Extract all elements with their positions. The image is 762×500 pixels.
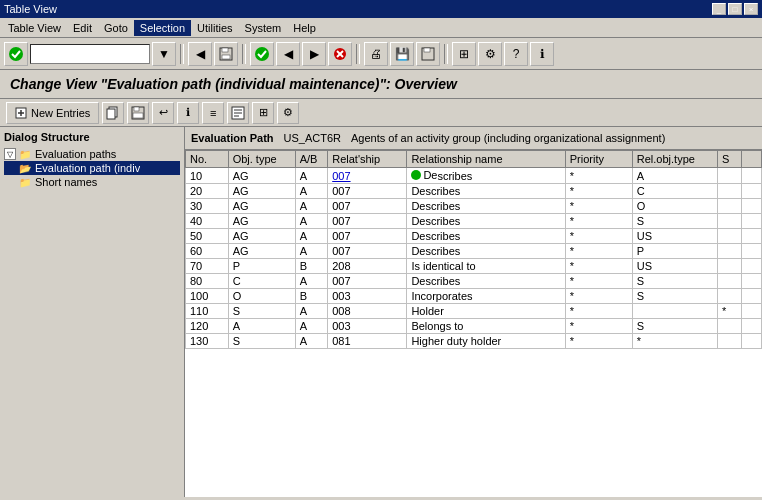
cell-rel-name: Belongs to [407, 319, 565, 334]
menu-selection[interactable]: Selection [134, 20, 191, 36]
separator-2 [242, 44, 246, 64]
menu-table-view[interactable]: Table View [2, 20, 67, 36]
cell-s: * [718, 304, 742, 319]
info-icon-btn[interactable]: ℹ [177, 102, 199, 124]
cell-rel-obj-type: C [632, 184, 717, 199]
back-button[interactable]: ◀ [188, 42, 212, 66]
cell-no: 30 [186, 199, 229, 214]
cell-rel-obj-type: O [632, 199, 717, 214]
list-icon-btn[interactable]: ≡ [202, 102, 224, 124]
tree-node-eval-path-indiv[interactable]: 📂 Evaluation path (indiv [4, 161, 180, 175]
title-bar-buttons: _ □ × [712, 3, 758, 15]
cell-relship: 007 [328, 229, 407, 244]
cell-relship: 003 [328, 289, 407, 304]
export-icon-btn[interactable] [227, 102, 249, 124]
cell-obj-type: AG [228, 199, 295, 214]
cell-scroll [742, 229, 762, 244]
command-input[interactable] [30, 44, 150, 64]
title-bar: Table View _ □ × [0, 0, 762, 18]
table-row[interactable]: 120 A A 003 Belongs to * S [186, 319, 762, 334]
cell-obj-type: AG [228, 184, 295, 199]
check-button[interactable] [4, 42, 28, 66]
cell-rel-name: Holder [407, 304, 565, 319]
copy-icon-btn[interactable] [102, 102, 124, 124]
maximize-button[interactable]: □ [728, 3, 742, 15]
help-button[interactable]: ? [504, 42, 528, 66]
save-button[interactable] [416, 42, 440, 66]
toolbar: ▼ ◀ ◀ ▶ 🖨 💾 ⊞ ⚙ ? ℹ [0, 38, 762, 70]
eval-path-description: Agents of an activity group (including o… [351, 132, 665, 144]
cell-obj-type: AG [228, 168, 295, 184]
svg-rect-3 [222, 55, 230, 59]
cell-s [718, 214, 742, 229]
cell-obj-type: P [228, 259, 295, 274]
new-entries-button[interactable]: New Entries [6, 102, 99, 124]
cell-scroll [742, 304, 762, 319]
stop-button[interactable] [328, 42, 352, 66]
table-row[interactable]: 70 P B 208 Is identical to * US [186, 259, 762, 274]
cell-s [718, 229, 742, 244]
cell-no: 20 [186, 184, 229, 199]
menu-goto[interactable]: Goto [98, 20, 134, 36]
grid-button[interactable]: ⊞ [452, 42, 476, 66]
cell-ab: A [295, 184, 328, 199]
minimize-button[interactable]: _ [712, 3, 726, 15]
menu-edit[interactable]: Edit [67, 20, 98, 36]
cell-no: 80 [186, 274, 229, 289]
print-button[interactable]: 🖨 [364, 42, 388, 66]
undo-icon-btn[interactable]: ↩ [152, 102, 174, 124]
menu-system[interactable]: System [239, 20, 288, 36]
green-check-button[interactable] [250, 42, 274, 66]
table-row[interactable]: 100 O B 003 Incorporates * S [186, 289, 762, 304]
page-title: Change View "Evaluation path (individual… [0, 70, 762, 99]
cell-scroll [742, 199, 762, 214]
table-row[interactable]: 20 AG A 007 Describes * C [186, 184, 762, 199]
table-body: 10 AG A 007 Describes * A 20 AG A 007 De… [186, 168, 762, 349]
cell-obj-type: S [228, 334, 295, 349]
settings2-icon-btn[interactable]: ⚙ [277, 102, 299, 124]
cell-priority: * [565, 214, 632, 229]
relship-link[interactable]: 007 [332, 170, 350, 182]
tree-toggle-eval-paths[interactable]: ▽ [4, 148, 16, 160]
cell-ab: A [295, 214, 328, 229]
folder-icon-short-names: 📁 [18, 176, 32, 188]
save-local-button[interactable]: 💾 [390, 42, 414, 66]
table-row[interactable]: 110 S A 008 Holder * * [186, 304, 762, 319]
tree-node-short-names[interactable]: 📁 Short names [4, 175, 180, 189]
svg-rect-14 [107, 109, 115, 119]
cell-no: 100 [186, 289, 229, 304]
nav-right-button[interactable]: ▶ [302, 42, 326, 66]
cell-obj-type: A [228, 319, 295, 334]
menu-help[interactable]: Help [287, 20, 322, 36]
cell-relship[interactable]: 007 [328, 168, 407, 184]
cell-priority: * [565, 304, 632, 319]
col-header-ab: A/B [295, 151, 328, 168]
cell-rel-obj-type: S [632, 214, 717, 229]
info-button[interactable]: ℹ [530, 42, 554, 66]
svg-rect-17 [133, 113, 143, 118]
dropdown-button[interactable]: ▼ [152, 42, 176, 66]
svg-rect-2 [222, 48, 228, 52]
table-row[interactable]: 130 S A 081 Higher duty holder * * [186, 334, 762, 349]
cell-scroll [742, 168, 762, 184]
table-row[interactable]: 10 AG A 007 Describes * A [186, 168, 762, 184]
close-button[interactable]: × [744, 3, 758, 15]
floppy-button[interactable] [214, 42, 238, 66]
cell-ab: A [295, 229, 328, 244]
table-row[interactable]: 30 AG A 007 Describes * O [186, 199, 762, 214]
tree-node-eval-paths[interactable]: ▽ 📁 Evaluation paths [4, 147, 180, 161]
cell-s [718, 199, 742, 214]
cell-scroll [742, 244, 762, 259]
settings-button[interactable]: ⚙ [478, 42, 502, 66]
menu-utilities[interactable]: Utilities [191, 20, 238, 36]
table-row[interactable]: 60 AG A 007 Describes * P [186, 244, 762, 259]
nav-left-button[interactable]: ◀ [276, 42, 300, 66]
save-icon-btn[interactable] [127, 102, 149, 124]
table-row[interactable]: 50 AG A 007 Describes * US [186, 229, 762, 244]
cell-rel-name: Describes [407, 184, 565, 199]
svg-point-0 [9, 47, 23, 61]
grid-view-btn[interactable]: ⊞ [252, 102, 274, 124]
table-row[interactable]: 40 AG A 007 Describes * S [186, 214, 762, 229]
table-row[interactable]: 80 C A 007 Describes * S [186, 274, 762, 289]
cell-rel-name: Incorporates [407, 289, 565, 304]
